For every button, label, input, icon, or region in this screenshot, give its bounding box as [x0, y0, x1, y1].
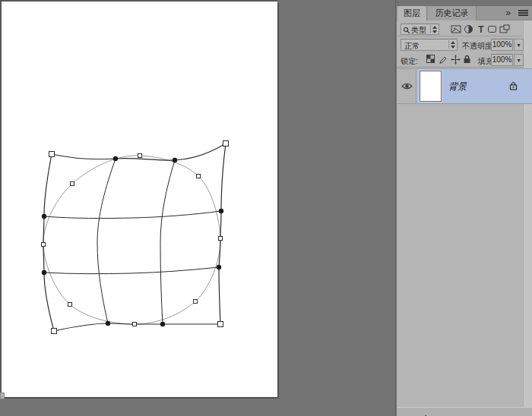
fill-dropdown-button[interactable]: ▾ [514, 54, 524, 66]
warp-anchor-point[interactable] [68, 303, 72, 307]
visibility-cell[interactable] [397, 69, 416, 103]
lock-label: 锁定: [401, 56, 418, 67]
warp-control-dot[interactable] [160, 322, 165, 326]
blend-mode-dropdown[interactable]: 正常 [401, 39, 458, 51]
panel-bottom-bar: ∞fx▣◐▭▯▦ [397, 407, 532, 416]
warp-anchor-point[interactable] [219, 237, 223, 241]
layer-row-background[interactable]: 背景 [397, 68, 532, 104]
panel-tab-bar: 图层 历史记录 » [397, 6, 532, 20]
warp-control-dot[interactable] [219, 209, 223, 213]
filter-kind-label: 类型 [411, 25, 426, 36]
lock-transparency-icon[interactable] [426, 55, 436, 65]
warp-control-dot[interactable] [173, 158, 177, 162]
warp-corner-handle[interactable] [52, 329, 57, 334]
tab-history[interactable]: 历史记录 [428, 6, 477, 20]
type-layers-filter-icon[interactable]: T [476, 24, 486, 34]
opacity-label: 不透明度: [462, 41, 495, 52]
pixel-layers-filter-icon[interactable] [451, 24, 461, 34]
warp-anchor-point[interactable] [42, 243, 46, 247]
blend-mode-value: 正常 [404, 41, 420, 52]
lock-position-icon[interactable] [451, 55, 461, 65]
warp-anchor-point[interactable] [138, 154, 142, 158]
dropdown-spinner-icon [448, 40, 456, 49]
lock-row: 锁定: 填充: 100% ▾ [397, 52, 523, 68]
filter-kind-dropdown[interactable]: 类型 [401, 24, 439, 35]
tab-layers[interactable]: 图层 [397, 6, 427, 20]
adjustment-layers-filter-icon[interactable] [464, 24, 474, 34]
blend-mode-row: 正常 不透明度: 100% ▾ [397, 37, 523, 52]
warp-anchor-point[interactable] [194, 300, 198, 304]
warp-control-dot[interactable] [42, 270, 46, 275]
warped-circle-shape [43, 156, 220, 324]
opacity-value[interactable]: 100% [491, 39, 513, 51]
layer-thumbnail[interactable] [420, 71, 442, 102]
warp-corner-handle[interactable] [49, 152, 55, 157]
dropdown-spinner-icon [430, 25, 438, 33]
layer-list: 背景 [397, 68, 532, 416]
fill-value[interactable]: 100% [491, 54, 513, 66]
search-icon [403, 27, 410, 34]
warp-corner-handle[interactable] [223, 141, 229, 147]
layer-name[interactable]: 背景 [448, 80, 467, 93]
layer-filter-row: 类型 T [397, 22, 523, 36]
lock-pixels-icon[interactable] [439, 55, 448, 65]
warp-control-dot[interactable] [113, 156, 118, 161]
panel-menu-icon[interactable] [518, 10, 528, 17]
workspace [0, 0, 395, 416]
selected-layer-row[interactable]: 背景 [416, 69, 532, 103]
shape-layers-filter-icon[interactable] [487, 24, 498, 34]
warp-control-dot[interactable] [106, 321, 110, 326]
warp-grid-line [44, 267, 219, 274]
lock-all-icon[interactable] [463, 55, 473, 65]
layers-panel-body: 类型 T 正常 不透明度: 100% ▾ [397, 20, 532, 416]
warp-control-dot[interactable] [217, 265, 221, 269]
layers-panel: 图层 历史记录 » 类型 T [395, 0, 532, 416]
warp-mesh[interactable] [0, 0, 395, 416]
warp-anchor-point[interactable] [71, 182, 74, 186]
warp-grid-line [44, 211, 221, 219]
collapse-panel-icon[interactable]: » [505, 8, 510, 18]
warp-anchor-point[interactable] [197, 175, 201, 178]
smart-object-filter-icon[interactable] [499, 24, 510, 34]
warp-corner-handle[interactable] [218, 322, 223, 327]
layer-lock-icon [509, 81, 518, 90]
opacity-dropdown-button[interactable]: ▾ [514, 39, 524, 51]
warp-anchor-point[interactable] [133, 323, 137, 326]
eye-icon[interactable] [401, 82, 413, 90]
warp-grid-line [160, 160, 175, 324]
warp-control-points[interactable] [42, 141, 229, 334]
warp-grid-line [97, 159, 116, 323]
warp-control-dot[interactable] [42, 214, 46, 219]
